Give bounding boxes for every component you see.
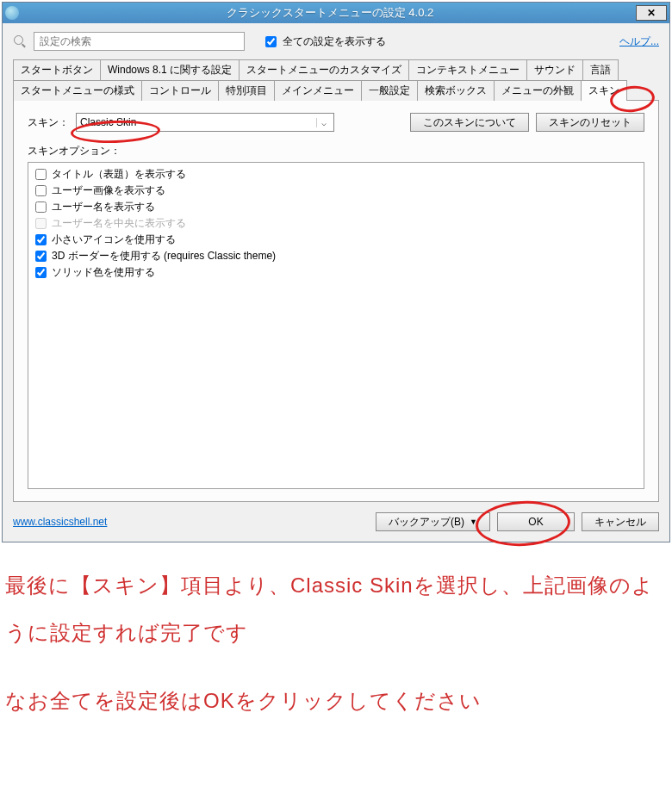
show-all-checkbox-row: 全ての設定を表示する [262,34,386,50]
tab-start-button[interactable]: スタートボタン [13,59,101,80]
tab-sound[interactable]: サウンド [526,59,583,80]
search-icon [13,34,27,48]
backup-label: バックアップ(B) [389,515,464,530]
footer-row: www.classicshell.net バックアップ(B) ▼ OK キャンセ… [13,512,659,531]
option-item[interactable]: ユーザー画像を表示する [35,183,637,199]
tab-control[interactable]: コントロール [141,80,219,101]
skin-select[interactable]: Classic Skin ⌵ [76,113,334,132]
option-label: ユーザー名を表示する [52,200,155,214]
option-label: 小さいアイコンを使用する [52,232,176,247]
tab-general[interactable]: 一般設定 [361,80,418,101]
skin-select-value: Classic Skin [80,116,316,128]
caption-line-2: なお全てを設定後はOKをクリックしてください [5,677,667,724]
option-item[interactable]: タイトル（表題）を表示する [35,166,637,183]
settings-window: クラシックスタートメニューの設定 4.0.2 ✕ 全ての設定を表示する ヘルプ.… [2,2,670,542]
option-item[interactable]: 3D ボーダーを使用する (requires Classic theme) [35,248,637,264]
skin-options-list: タイトル（表題）を表示する ユーザー画像を表示する ユーザー名を表示する ユーザ… [28,162,644,489]
tab-main-menu[interactable]: メインメニュー [274,80,362,101]
tab-win81[interactable]: Windows 8.1 に関する設定 [100,59,240,80]
chevron-down-icon: ⌵ [316,118,330,127]
search-input[interactable] [34,32,245,51]
option-checkbox[interactable] [35,201,47,213]
tabs-row-2: スタートメニューの様式 コントロール 特別項目 メインメニュー 一般設定 検索ボ… [13,80,659,101]
option-item[interactable]: ソリッド色を使用する [35,264,637,281]
dropdown-arrow-icon: ▼ [470,518,477,526]
close-button[interactable]: ✕ [636,5,667,21]
titlebar: クラシックスタートメニューの設定 4.0.2 ✕ [3,3,669,23]
about-skin-button[interactable]: このスキンについて [410,113,529,132]
skin-label: スキン： [28,115,69,130]
backup-button[interactable]: バックアップ(B) ▼ [376,512,490,531]
option-item[interactable]: ユーザー名を表示する [35,199,637,215]
window-title: クラシックスタートメニューの設定 4.0.2 [24,5,636,21]
show-all-checkbox[interactable] [265,36,277,47]
tabs-row-1: スタートボタン Windows 8.1 に関する設定 スタートメニューのカスタマ… [13,59,659,80]
tab-special-items[interactable]: 特別項目 [218,80,275,101]
tabs-container: スタートボタン Windows 8.1 に関する設定 スタートメニューのカスタマ… [13,59,659,502]
tab-startmenu-style[interactable]: スタートメニューの様式 [13,80,142,101]
top-row: 全ての設定を表示する ヘルプ... [13,32,659,51]
cancel-label: キャンセル [594,515,646,530]
window-content: 全ての設定を表示する ヘルプ... スタートボタン Windows 8.1 に関… [3,23,669,542]
cancel-button[interactable]: キャンセル [582,512,659,531]
close-icon: ✕ [647,8,656,18]
show-all-label: 全ての設定を表示する [283,34,386,49]
tab-menu-appearance[interactable]: メニューの外観 [494,80,582,101]
tab-startmenu-customize[interactable]: スタートメニューのカスタマイズ [239,59,409,80]
about-skin-label: このスキンについて [423,115,516,130]
tab-skin[interactable]: スキン [581,80,627,101]
option-label: ユーザー画像を表示する [52,183,165,198]
website-link[interactable]: www.classicshell.net [13,516,107,528]
option-item: ユーザー名を中央に表示する [35,215,637,232]
option-checkbox[interactable] [35,251,47,262]
option-checkbox [35,218,47,229]
option-label: ソリッド色を使用する [52,265,155,280]
tab-search-box[interactable]: 検索ボックス [417,80,495,101]
option-label: ユーザー名を中央に表示する [52,216,186,231]
ok-label: OK [528,516,543,528]
reset-skin-label: スキンのリセット [549,115,632,130]
skin-panel: スキン： Classic Skin ⌵ このスキンについて スキンのリセット ス… [13,100,659,502]
option-checkbox[interactable] [35,185,47,196]
skin-row: スキン： Classic Skin ⌵ このスキンについて スキンのリセット [28,113,644,132]
ok-button[interactable]: OK [497,512,575,531]
option-item[interactable]: 小さいアイコンを使用する [35,232,637,248]
app-icon [5,6,19,20]
reset-skin-button[interactable]: スキンのリセット [536,113,644,132]
option-checkbox[interactable] [35,234,47,245]
help-link[interactable]: ヘルプ... [619,34,659,49]
skin-options-label: スキンオプション： [28,144,644,158]
caption-line-1: 最後に【スキン】項目より、Classic Skinを選択し、上記画像のように設定… [5,561,667,656]
instruction-caption: 最後に【スキン】項目より、Classic Skinを選択し、上記画像のように設定… [0,544,672,763]
option-label: 3D ボーダーを使用する (requires Classic theme) [52,249,276,263]
tab-context-menu[interactable]: コンテキストメニュー [408,59,527,80]
option-checkbox[interactable] [35,169,47,180]
tab-language[interactable]: 言語 [582,59,619,80]
option-checkbox[interactable] [35,267,47,278]
option-label: タイトル（表題）を表示する [52,167,186,182]
